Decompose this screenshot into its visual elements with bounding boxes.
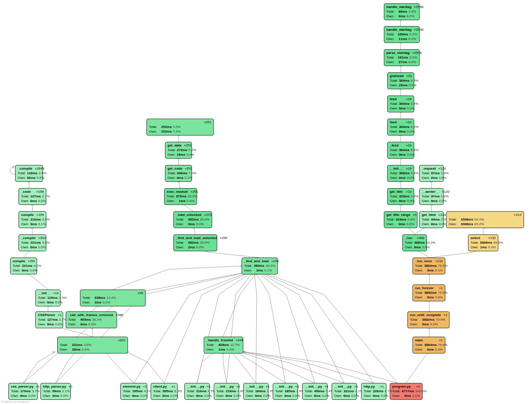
- profile-node-CSSParser[interactable]: CSSParser×1Total:127ms2.7%Own:0ms0.0%: [35, 311, 63, 328]
- profile-node-handle_starttag2[interactable]: handle_starttag×2558Total:109ms2.2%Own:1…: [384, 26, 420, 43]
- profile-node-get_data[interactable]: get_data×251Total:272ms5.7%Own:19ms0.4%: [165, 142, 192, 159]
- profile-node-select[interactable]: select×132Total:3309ms69.3%Own:1ms0.0%: [468, 234, 498, 251]
- profile-node-main[interactable]: main×1Total:3804ms79.6%Own:0ms0.0%: [412, 337, 445, 354]
- node-title: __init__.py: [334, 385, 351, 389]
- profile-node-_run[interactable]: _run×466Total:488ms10.2%Own:0ms0.0%: [402, 234, 427, 251]
- node-total: 127ms: [47, 318, 58, 322]
- node-own: 0ms: [20, 394, 27, 399]
- node-own: 0ms: [399, 106, 406, 111]
- profile-node-method_control[interactable]: ×212Total:3308ms69.2%Own:3308ms69.2%: [446, 211, 524, 228]
- profile-node-get_html[interactable]: get_html×120Total:94ms2.0%Own:0ms0.0%: [419, 211, 444, 228]
- profile-node-http_parser[interactable]: http_parser.py×1Total:99ms2.1%Own:0ms0.0…: [40, 383, 71, 400]
- profile-node-call_frames[interactable]: _call_with_frames_removed×346Total:965ms…: [66, 311, 117, 328]
- profile-node-__aenter__[interactable]: __aenter__×120Total:87ms1.8%Own:0ms0.0%: [419, 188, 444, 205]
- profile-node-_request[interactable]: _request×120Total:87ms1.8%Own:2ms0.0%: [419, 165, 444, 182]
- profile-node-get_title_range[interactable]: get_title_range×5Total:324ms6.8%Own:0ms0…: [384, 211, 418, 228]
- profile-node-compile1[interactable]: compile×199Total:216ms4.5%Own:3ms0.1%: [19, 211, 46, 228]
- profile-node-run_until_complete[interactable]: run_until_complete×1Total:3802ms79.6%Own…: [407, 311, 450, 328]
- profile-node-_find_and_load_unlocked[interactable]: _find_and_load_unlocked×299Total:982ms20…: [173, 234, 217, 251]
- profile-node-init1[interactable]: __init__.py×1Total:216ms4.5%Own:0ms0.0%: [184, 383, 210, 400]
- node-title: _compile: [18, 167, 32, 171]
- node-count: ×1: [266, 385, 269, 389]
- node-total: 272ms: [177, 148, 187, 153]
- node-own: 4ms: [177, 176, 184, 181]
- node-title: run_forever: [415, 286, 434, 291]
- node-count: ×1: [439, 338, 443, 343]
- node-count: ×251: [191, 190, 198, 194]
- node-total: 638ms: [95, 296, 105, 300]
- node-total: 3802ms: [424, 291, 436, 295]
- profile-node-init5[interactable]: __init__.py×1Total:450ms9.4%Own:0ms0.0%: [302, 383, 327, 400]
- profile-node-element[interactable]: element.py×1Total:195ms4.1%Own:0ms0.0%: [120, 383, 147, 400]
- profile-node-build_class[interactable]: ×922Total:231ms4.8%Own:28ms0.6%: [57, 337, 128, 354]
- profile-node-_run_once[interactable]: _run_once×132Total:3802ms79.6%Own:3ms0.1…: [412, 258, 445, 274]
- profile-node-_compile2[interactable]: _compile×394Total:221ms4.6%Own:0ms0.0%: [19, 234, 46, 251]
- profile-node-goahead[interactable]: goahead×20Total:304ms6.4%Own:23ms0.5%: [387, 72, 414, 89]
- node-count: ×466: [417, 236, 424, 241]
- node-count: ×273: [204, 213, 211, 218]
- profile-node-init4[interactable]: __init__.py×1Total:185ms3.9%Own:0ms0.0%: [273, 383, 298, 400]
- node-own: 0ms: [427, 295, 434, 300]
- node-own: 0ms: [427, 348, 434, 352]
- profile-node-_feed[interactable]: _feed×10Total:304ms6.4%Own:0ms0.0%: [387, 142, 414, 159]
- profile-node-__init__2[interactable]: __init__×10Total:308ms6.4%Own:0ms0.0%: [387, 165, 414, 182]
- profile-node-compile2[interactable]: compile×291Total:221ms4.6%Own:0ms0.0%: [10, 258, 37, 274]
- node-title: element.py: [123, 385, 141, 389]
- node-total: 3309ms: [480, 241, 492, 245]
- profile-node-feed1[interactable]: feed×10Total:304ms6.4%Own:0ms0.0%: [387, 96, 414, 112]
- node-own: 0ms: [399, 222, 405, 227]
- node-title: _load_unlocked: [176, 213, 201, 218]
- node-count: ×2558: [414, 28, 423, 32]
- profile-node-init2[interactable]: __init__.py×1Total:219ms4.6%Own:0ms0.0%: [214, 383, 239, 400]
- node-count: ×2558: [414, 5, 423, 10]
- profile-node-handle_fromlist[interactable]: _handle_fromlist×944Total:609ms12.7%Own:…: [204, 337, 243, 354]
- node-own: 0ms: [132, 394, 139, 399]
- profile-node-built_import[interactable]: ×59Total:638ms13.4%Own:0ms0.0%: [80, 290, 146, 306]
- profile-node-run_forever[interactable]: run_forever×1Total:3802ms79.6%Own:0ms0.0…: [412, 284, 445, 301]
- node-count: ×922: [118, 338, 125, 343]
- profile-node-parse_starttag[interactable]: parse_starttag×2558Total:181ms3.8%Own:27…: [384, 49, 420, 66]
- node-own: 27ms: [399, 60, 407, 65]
- profile-node-get_title[interactable]: get_title×10Total:323ms6.8%Own:0ms0.0%: [387, 188, 414, 205]
- profile-node-init6[interactable]: __init__.py×1Total:101ms2.1%Own:0ms0.0%: [332, 383, 357, 400]
- profile-node-http[interactable]: http.py×1Total:226ms4.7%Own:0ms0.0%: [361, 383, 386, 400]
- profile-node-_find_and_load[interactable]: _find_and_load×299Total:983ms20.6%Own:3m…: [242, 258, 278, 274]
- node-own: 1ms: [480, 245, 487, 250]
- node-count: ×1: [143, 385, 147, 389]
- profile-node-_load_unlocked[interactable]: _load_unlocked×273Total:982ms20.6%Own:3m…: [173, 211, 212, 228]
- profile-node-css_parser[interactable]: css_parser.py×1Total:179ms3.7%Own:0ms0.0…: [8, 383, 38, 400]
- node-own: 0ms: [196, 394, 203, 399]
- node-total: 3804ms: [424, 343, 436, 348]
- profile-node-client[interactable]: client.py×1Total:395ms8.3%Own:0ms0.0%: [151, 383, 178, 400]
- profile-node-method_read[interactable]: ×251Total:252ms5.3%Own:252ms5.3%: [146, 119, 214, 136]
- node-own: 0ms: [404, 394, 411, 399]
- node-total: 304ms: [399, 148, 410, 153]
- profile-node-exec_module[interactable]: exec_module×251Total:979ms20.5%Own:1ms0.…: [164, 188, 197, 205]
- node-title: get_html: [422, 213, 436, 218]
- node-count: ×59: [137, 291, 143, 296]
- node-own: 0ms: [399, 14, 405, 19]
- profile-node-handle_starttag1[interactable]: handle_starttag×2558Total:88ms1.9%Own:0m…: [384, 3, 420, 20]
- node-total: 304ms: [399, 102, 410, 106]
- node-total: 323ms: [399, 194, 410, 199]
- node-count: ×944: [236, 338, 243, 343]
- profile-node-program[interactable]: program.py×1Total:4777ms100.0%Own:0ms0.0…: [390, 383, 423, 400]
- node-own: 2ms: [188, 245, 195, 250]
- node-count: ×1: [36, 385, 40, 389]
- node-total: 219ms: [226, 389, 236, 394]
- profile-node-_compile1[interactable]: _compile×2849Total:118ms2.5%Own:26ms0.5%: [15, 165, 43, 182]
- node-count: ×299: [220, 236, 227, 241]
- profile-node-__init__[interactable]: __init__×16Total:119ms2.5%Own:0ms0.0%: [35, 290, 61, 306]
- profile-node-_code[interactable]: _code×199Total:127ms2.7%Own:0ms0.0%: [19, 188, 46, 205]
- node-total: 88ms: [399, 10, 407, 14]
- profile-node-feed2[interactable]: feed×10Total:304ms6.4%Own:0ms0.0%: [387, 119, 414, 136]
- node-title: feed: [390, 120, 396, 125]
- node-own: 0ms: [373, 394, 380, 399]
- node-count: ×20: [406, 74, 412, 79]
- profile-node-init3[interactable]: __init__.py×1Total:184ms3.9%Own:0ms0.0%: [243, 383, 269, 400]
- node-title: handle_starttag: [386, 5, 412, 10]
- node-total: 609ms: [218, 343, 229, 348]
- profile-node-get_code[interactable]: get_code×251Total:346ms7.2%Own:4ms0.1%: [165, 165, 192, 182]
- node-count: ×1: [416, 385, 420, 389]
- node-count: ×346: [116, 313, 123, 318]
